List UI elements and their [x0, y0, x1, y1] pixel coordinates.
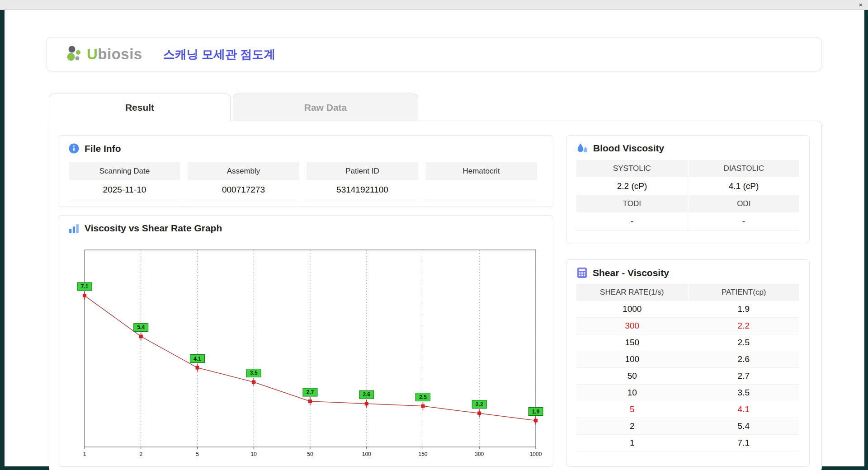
- shear-viscosity-title: Shear - Viscosity: [593, 268, 669, 278]
- shear-rate-cell: 1: [576, 435, 688, 451]
- x-tick-label: 1000: [530, 451, 542, 457]
- data-point-marker: [534, 419, 538, 423]
- point-label-text: 4.1: [193, 356, 201, 362]
- bv-value-cell: 4.1 (cP): [688, 177, 799, 195]
- data-point-marker: [252, 380, 255, 384]
- patient-viscosity-cell: 5.4: [688, 418, 800, 434]
- shear-table-row: 54.1: [576, 401, 799, 418]
- shear-table-row: 1002.6: [576, 351, 799, 368]
- bv-header-cell: ODI: [689, 195, 800, 212]
- graph-title: Viscosity vs Shear Rate Graph: [85, 223, 222, 234]
- file-info-title: File Info: [85, 143, 121, 154]
- data-point-marker: [308, 400, 312, 403]
- point-label-text: 3.5: [250, 370, 258, 376]
- info-icon: [68, 143, 80, 154]
- tab-raw-data[interactable]: Raw Data: [233, 94, 418, 121]
- data-point-marker: [477, 412, 481, 415]
- bv-header-cell: DIASTOLIC: [689, 160, 800, 177]
- shear-rate-cell: 1000: [576, 301, 688, 317]
- shear-viscosity-title-row: Shear - Viscosity: [566, 260, 809, 283]
- point-label-text: 1.9: [532, 409, 540, 415]
- blood-viscosity-panel: Blood Viscosity SYSTOLICDIASTOLIC2.2 (cP…: [566, 135, 810, 243]
- shear-rate-cell: 2: [576, 418, 688, 434]
- shear-table-body: 10001.93002.21502.51002.6502.7103.554.12…: [576, 301, 799, 451]
- shear-table-row: 17.1: [576, 435, 799, 451]
- shear-table-row: 1502.5: [576, 334, 799, 351]
- shear-column-header: PATIENT(cp): [689, 284, 800, 301]
- data-point-marker: [196, 366, 199, 370]
- field-value: [425, 180, 537, 199]
- calculator-icon: [576, 267, 588, 278]
- blood-viscosity-table: SYSTOLICDIASTOLIC2.2 (cP)4.1 (cP)TODIODI…: [576, 160, 799, 230]
- shear-table-row: 10001.9: [576, 301, 799, 318]
- x-tick-label: 5: [196, 451, 199, 457]
- shear-table: SHEAR RATE(1/s)PATIENT(cp) 10001.93002.2…: [576, 284, 799, 451]
- file-info-field: Scanning Date2025-11-10: [69, 162, 180, 199]
- water-drops-icon: [576, 143, 588, 154]
- data-point-marker: [139, 334, 143, 338]
- shear-rate-cell: 10: [576, 385, 688, 401]
- shear-table-head: SHEAR RATE(1/s)PATIENT(cp): [576, 284, 799, 301]
- logo-dots-icon: [65, 44, 84, 65]
- file-info-field: Patient ID53141921100: [307, 162, 418, 199]
- window-titlebar: ×: [0, 0, 868, 10]
- data-point-marker: [83, 294, 86, 297]
- file-info-title-row: File Info: [58, 136, 553, 159]
- patient-viscosity-cell: 3.5: [688, 385, 800, 401]
- blood-viscosity-title-row: Blood Viscosity: [566, 136, 809, 158]
- tab-result[interactable]: Result: [49, 94, 231, 121]
- shear-rate-cell: 150: [576, 334, 688, 351]
- patient-viscosity-cell: 2.2: [688, 318, 800, 334]
- ubiosis-logo: Ubiosis: [65, 44, 142, 65]
- field-label: Scanning Date: [69, 162, 180, 180]
- point-label-text: 2.6: [363, 391, 370, 398]
- bar-chart-icon: [68, 223, 80, 234]
- x-tick-label: 150: [418, 451, 427, 457]
- x-tick-label: 1: [83, 451, 86, 457]
- point-label-text: 2.5: [419, 394, 427, 400]
- shear-table-row: 103.5: [576, 385, 799, 401]
- viscosity-chart: 125105010015030010007.15.44.13.52.72.62.…: [76, 247, 547, 462]
- shear-rate-cell: 5: [576, 401, 688, 418]
- data-point-marker: [421, 404, 425, 408]
- shear-table-row: 25.4: [576, 418, 799, 435]
- graph-title-row: Viscosity vs Shear Rate Graph: [58, 216, 553, 238]
- patient-viscosity-cell: 1.9: [688, 301, 800, 317]
- x-tick-label: 300: [475, 451, 484, 457]
- file-info-field: Assembly000717273: [188, 162, 299, 199]
- field-label: Assembly: [188, 162, 299, 180]
- close-button[interactable]: ×: [859, 0, 863, 9]
- app-page: Ubiosis 스캐닝 모세관 점도계 Result Raw Data File…: [5, 10, 864, 466]
- bv-header-cell: TODI: [576, 195, 689, 212]
- bv-header-row: TODIODI: [576, 195, 799, 212]
- bv-value-row: --: [576, 212, 799, 230]
- patient-viscosity-cell: 2.7: [688, 368, 800, 384]
- field-value: 000717273: [188, 180, 299, 199]
- shear-viscosity-panel: Shear - Viscosity SHEAR RATE(1/s)PATIENT…: [566, 259, 810, 467]
- patient-viscosity-cell: 2.6: [688, 351, 800, 367]
- shear-table-row: 3002.2: [576, 318, 799, 334]
- field-label: Patient ID: [307, 162, 418, 180]
- patient-viscosity-cell: 4.1: [688, 401, 800, 418]
- logo-text: Ubiosis: [87, 46, 142, 63]
- bv-value-cell: -: [688, 212, 799, 230]
- bv-header-cell: SYSTOLIC: [576, 160, 689, 177]
- result-content: File Info Scanning Date2025-11-10Assembl…: [49, 121, 822, 470]
- file-info-fields: Scanning Date2025-11-10Assembly000717273…: [58, 159, 553, 199]
- bv-value-cell: 2.2 (cP): [576, 177, 688, 195]
- app-header: Ubiosis 스캐닝 모세관 점도계: [47, 37, 821, 71]
- field-value: 53141921100: [307, 180, 418, 199]
- bv-value-row: 2.2 (cP)4.1 (cP): [576, 177, 799, 195]
- shear-rate-cell: 300: [576, 318, 688, 334]
- x-tick-label: 50: [307, 451, 313, 457]
- file-info-panel: File Info Scanning Date2025-11-10Assembl…: [58, 135, 553, 207]
- blood-viscosity-title: Blood Viscosity: [593, 143, 664, 154]
- point-label-text: 2.2: [476, 401, 483, 408]
- point-label-text: 2.7: [307, 389, 314, 395]
- bv-value-cell: -: [576, 212, 688, 230]
- point-label-text: 5.4: [137, 324, 145, 330]
- shear-rate-cell: 50: [576, 368, 688, 384]
- x-tick-label: 10: [251, 451, 257, 457]
- shear-column-header: SHEAR RATE(1/s): [576, 284, 689, 301]
- shear-table-row: 502.7: [576, 368, 799, 385]
